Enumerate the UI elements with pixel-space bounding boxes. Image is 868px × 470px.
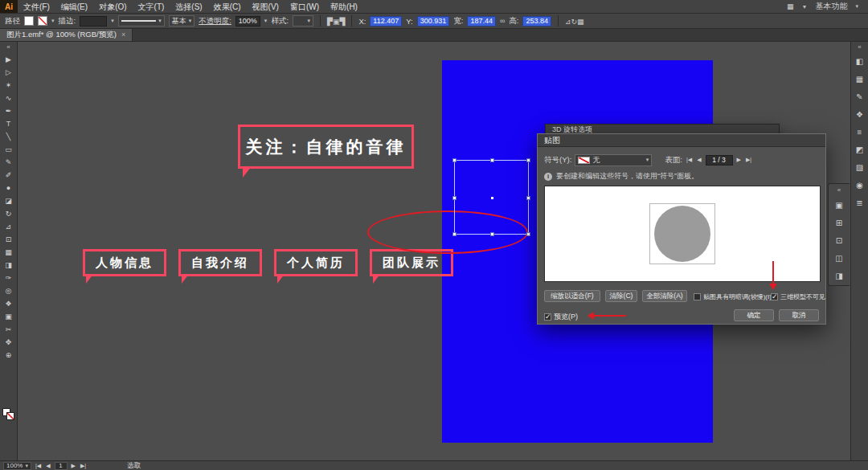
opacity-field[interactable]: 100% <box>235 16 260 27</box>
menu-window[interactable]: 窗口(W) <box>285 0 325 14</box>
line-segment-tool-icon[interactable]: ╲ <box>0 130 18 143</box>
align-left-icon[interactable]: ▛ <box>327 18 333 26</box>
stroke-width-caret-icon[interactable]: ▾ <box>111 18 114 24</box>
fill-stroke-indicator[interactable] <box>2 408 15 421</box>
isolate-icon[interactable]: ▦ <box>577 18 584 26</box>
transparency-panel-icon[interactable]: ▨ <box>851 159 868 177</box>
selection-handle[interactable] <box>526 232 530 236</box>
pencil-tool-icon[interactable]: ✐ <box>0 169 18 182</box>
surface-first-icon[interactable]: |◀ <box>686 157 693 163</box>
menu-view[interactable]: 视图(V) <box>247 0 285 14</box>
clear-all-button[interactable]: 全部清除(A) <box>642 290 687 302</box>
selection-bounding-box[interactable] <box>454 160 529 235</box>
cancel-button[interactable]: 取消 <box>779 309 819 321</box>
artboard-number-field[interactable]: 1 <box>55 462 68 470</box>
map-art-dialog-title[interactable]: 贴图 <box>538 134 825 147</box>
opacity-link[interactable]: 不透明度: <box>199 16 231 27</box>
surface-preview-area[interactable] <box>544 186 821 282</box>
transform-x-field[interactable]: 112.407 <box>370 16 402 27</box>
artboard-prev-icon[interactable]: ◀ <box>45 463 51 469</box>
close-tab-icon[interactable]: × <box>121 31 125 39</box>
workspace-caret-icon[interactable]: ▾ <box>855 3 858 10</box>
arrange-documents-icon[interactable]: ▦ <box>787 2 794 10</box>
surface-prev-icon[interactable]: ◀ <box>696 157 702 163</box>
zoom-dropdown[interactable]: 100% ▾ <box>3 462 31 470</box>
blob-brush-tool-icon[interactable]: ● <box>0 182 18 194</box>
link-dimensions-icon[interactable]: ∞ <box>500 17 505 25</box>
brush-definition-dropdown[interactable]: 基本 ▾ <box>169 15 195 27</box>
shear-icon[interactable]: ⊿ <box>565 18 571 26</box>
artboard-first-icon[interactable]: |◀ <box>35 463 42 469</box>
layers-panel-icon[interactable]: ≣ <box>851 194 868 212</box>
symbols-panel-icon[interactable]: ❖ <box>851 106 868 124</box>
brushes-panel-icon[interactable]: ✎ <box>851 88 868 106</box>
symbol-sprayer-tool-icon[interactable]: ❖ <box>0 297 18 310</box>
menu-effect[interactable]: 效果(C) <box>208 0 247 14</box>
symbol-dropdown[interactable]: 无 ▾ <box>575 154 652 166</box>
paintbrush-tool-icon[interactable]: ✎ <box>0 156 18 169</box>
document-tab[interactable]: 图片1.emf* @ 100% (RGB/预览) × <box>0 28 133 41</box>
lasso-tool-icon[interactable]: ∿ <box>0 92 18 104</box>
blend-tool-icon[interactable]: ◎ <box>0 284 18 297</box>
artboard-next-icon[interactable]: ▶ <box>71 463 76 469</box>
menu-file[interactable]: 文件(F) <box>18 0 55 14</box>
transform-panel-icon[interactable]: ⊡ <box>829 232 850 250</box>
artboards-panel-icon[interactable]: ▣ <box>829 197 850 215</box>
variable-width-dropdown[interactable]: ▾ <box>118 15 165 27</box>
selection-handle[interactable] <box>490 158 494 162</box>
selection-handle[interactable] <box>490 232 494 236</box>
preview-checkbox[interactable]: ✓ 预览(P) <box>544 312 578 322</box>
shade-artwork-checkbox-box[interactable] <box>694 293 701 300</box>
ok-button[interactable]: 确定 <box>734 309 774 321</box>
workspace-switcher[interactable]: 基本功能 <box>815 1 847 12</box>
surface-last-icon[interactable]: ▶| <box>745 157 752 163</box>
stroke-width-field[interactable] <box>80 16 107 27</box>
stroke-none-swatch[interactable] <box>38 16 47 26</box>
arrange-documents-caret-icon[interactable]: ▼ <box>802 4 808 10</box>
invisible-geometry-checkbox[interactable]: ✓ 三维模型不可见 <box>771 292 825 301</box>
mesh-tool-icon[interactable]: ▦ <box>0 246 18 259</box>
magic-wand-tool-icon[interactable]: ✶ <box>0 79 18 92</box>
style-dropdown[interactable]: ▾ <box>293 15 313 27</box>
stroke-panel-icon[interactable]: ≡ <box>851 124 868 141</box>
menu-edit[interactable]: 编辑(E) <box>55 0 93 14</box>
rotate-tool-icon[interactable]: ↻ <box>0 207 18 220</box>
pen-tool-icon[interactable]: ✒ <box>0 104 18 117</box>
selection-handle[interactable] <box>526 158 530 162</box>
scale-tool-icon[interactable]: ⊿ <box>0 220 18 233</box>
free-transform-tool-icon[interactable]: ⊡ <box>0 233 18 246</box>
hand-tool-icon[interactable]: ✥ <box>0 336 18 349</box>
direct-selection-tool-icon[interactable]: ▷ <box>0 66 18 79</box>
selection-handle[interactable] <box>452 232 457 236</box>
surface-field[interactable]: 1 / 3 <box>706 155 733 166</box>
selection-tool-icon[interactable]: ▶ <box>0 53 18 66</box>
transform-h-field[interactable]: 253.84 <box>522 16 551 27</box>
fill-caret-icon[interactable]: ▾ <box>51 18 55 24</box>
transform-w-field[interactable]: 187.44 <box>467 16 496 27</box>
mini-panel-collapse-icon[interactable]: « <box>837 184 841 197</box>
rectangle-tool-icon[interactable]: ▭ <box>0 143 18 156</box>
gradient-panel-icon[interactable]: ◩ <box>851 141 868 159</box>
eraser-tool-icon[interactable]: ◪ <box>0 194 18 207</box>
swatches-panel-icon[interactable]: ▦ <box>851 71 868 88</box>
stroke-proxy-swatch[interactable] <box>6 412 14 420</box>
scale-to-fit-button[interactable]: 缩放以适合(F) <box>544 290 600 302</box>
artboard-tool-icon[interactable]: ▣ <box>0 310 18 323</box>
opacity-caret-icon[interactable]: ▾ <box>264 18 268 24</box>
transform-y-field[interactable]: 300.931 <box>417 16 450 27</box>
align-panel-icon[interactable]: ⊞ <box>829 215 850 232</box>
clear-button[interactable]: 清除(C) <box>605 290 637 302</box>
dock-collapse-icon[interactable]: « <box>858 42 861 53</box>
eyedropper-tool-icon[interactable]: ✑ <box>0 272 18 284</box>
shade-artwork-checkbox[interactable]: 贴图具有明暗调(较慢)(I) <box>694 292 772 301</box>
menu-select[interactable]: 选择(S) <box>170 0 207 14</box>
selection-handle[interactable] <box>452 158 457 162</box>
preview-checkbox-box[interactable]: ✓ <box>544 313 551 321</box>
type-tool-icon[interactable]: T <box>0 117 18 130</box>
color-panel-icon[interactable]: ◧ <box>851 53 868 71</box>
gradient-tool-icon[interactable]: ◨ <box>0 259 18 272</box>
appearance-panel-icon[interactable]: ◉ <box>851 177 868 194</box>
artboard-last-icon[interactable]: ▶| <box>80 463 87 469</box>
surface-next-icon[interactable]: ▶ <box>736 157 742 163</box>
info-panel-icon[interactable]: ◨ <box>829 268 850 285</box>
